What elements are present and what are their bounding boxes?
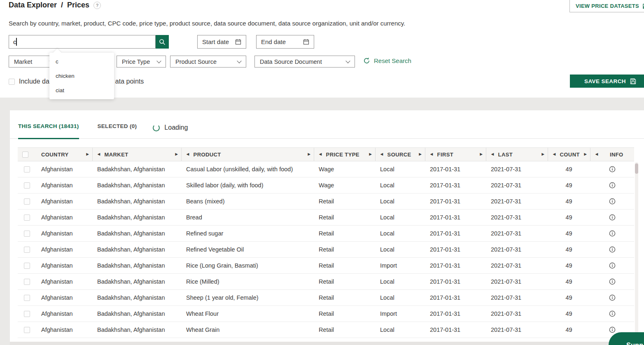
search-field-wrap	[9, 35, 156, 49]
save-search-button[interactable]: SAVE SEARCH	[570, 75, 644, 88]
product-source-filter-dropdown[interactable]: Product Source	[170, 56, 246, 68]
breadcrumb-current: Prices	[67, 1, 89, 9]
cell-info	[590, 274, 634, 289]
row-checkbox[interactable]	[24, 311, 30, 317]
cell-price-type: Wage	[314, 161, 375, 177]
column-header-product[interactable]: ◀PRODUCT▶	[181, 148, 314, 161]
column-header-first[interactable]: ◀FIRST▶	[425, 148, 486, 161]
row-checkbox[interactable]	[24, 247, 30, 253]
column-header-price-type[interactable]: ◀PRICE TYPE▶	[314, 148, 375, 161]
cell-info	[590, 242, 634, 257]
support-chat-label: Supp	[626, 341, 643, 345]
vertical-scrollbar-thumb[interactable]	[635, 163, 638, 174]
cell-source: Local	[375, 322, 425, 338]
col-move-left-icon[interactable]: ◀	[187, 153, 189, 156]
row-checkbox[interactable]	[24, 231, 30, 237]
col-move-right-icon[interactable]: ▶	[308, 153, 310, 156]
cell-info	[590, 177, 634, 193]
col-move-right-icon[interactable]: ▶	[369, 153, 372, 156]
end-date-input[interactable]: End date	[256, 35, 314, 49]
info-icon[interactable]	[609, 214, 616, 221]
results-card: THIS SEARCH (18431) SELECTED (0) Loading…	[10, 110, 644, 345]
start-date-input[interactable]: Start date	[197, 35, 246, 49]
row-checkbox[interactable]	[24, 166, 30, 172]
reset-search-link[interactable]: Reset Search	[363, 57, 411, 64]
cell-select	[18, 193, 36, 209]
info-icon[interactable]	[609, 310, 616, 317]
calendar-icon	[235, 39, 241, 45]
row-checkbox[interactable]	[24, 279, 30, 285]
select-all-checkbox[interactable]	[22, 152, 28, 158]
tab-selected[interactable]: SELECTED (0)	[98, 123, 137, 138]
cell-price-type: Retail	[314, 290, 375, 305]
column-header-source[interactable]: ◀SOURCE▶	[375, 148, 425, 161]
cell-select	[18, 290, 36, 305]
include-checkbox[interactable]	[9, 79, 15, 85]
horizontal-scrollbar[interactable]	[10, 342, 644, 345]
price-type-filter-dropdown[interactable]: Price Type	[117, 56, 166, 68]
info-icon[interactable]	[609, 278, 616, 285]
cell-market: Badakhshan, Afghanistan	[92, 290, 181, 305]
autocomplete-item[interactable]: c	[49, 54, 114, 69]
calendar-icon	[303, 39, 309, 45]
breadcrumb-root[interactable]: Data Explorer	[9, 1, 57, 9]
col-move-left-icon[interactable]: ◀	[430, 153, 433, 156]
column-header-country[interactable]: COUNTRY▶	[36, 148, 92, 161]
chevron-down-icon	[237, 58, 241, 63]
cell-count: 49	[548, 161, 590, 177]
col-move-left-icon[interactable]: ◀	[491, 153, 494, 156]
table-row: AfghanistanBadakhshan, AfghanistanBeans …	[18, 193, 634, 210]
search-input[interactable]	[9, 35, 156, 49]
search-button[interactable]	[156, 35, 169, 49]
autocomplete-item[interactable]: ciat	[49, 83, 114, 98]
row-checkbox[interactable]	[24, 263, 30, 269]
help-icon[interactable]: ?	[93, 2, 101, 9]
info-icon[interactable]	[609, 166, 616, 172]
column-header-market[interactable]: ◀MARKET▶	[92, 148, 181, 161]
cell-first: 2017-01-31	[425, 177, 486, 193]
breadcrumb-separator: /	[61, 1, 63, 9]
autocomplete-item[interactable]: chicken	[49, 69, 114, 83]
row-checkbox[interactable]	[24, 198, 30, 205]
col-move-right-icon[interactable]: ▶	[541, 153, 544, 156]
info-icon[interactable]	[609, 326, 616, 333]
cell-select	[18, 177, 36, 193]
cell-count: 49	[548, 226, 590, 241]
row-checkbox[interactable]	[24, 327, 30, 333]
cell-select	[18, 161, 36, 177]
info-icon[interactable]	[609, 182, 616, 189]
col-move-right-icon[interactable]: ▶	[419, 153, 422, 156]
column-header-last[interactable]: ◀LAST▶	[486, 148, 548, 161]
col-move-left-icon[interactable]: ◀	[553, 153, 556, 156]
vertical-scrollbar[interactable]	[635, 162, 638, 341]
col-move-right-icon[interactable]: ▶	[584, 153, 587, 156]
column-label: PRODUCT	[194, 152, 221, 158]
info-icon[interactable]	[609, 230, 616, 237]
cell-country: Afghanistan	[36, 193, 92, 209]
col-move-left-icon[interactable]: ◀	[319, 153, 322, 156]
column-header-info[interactable]: ◀INFO	[590, 148, 634, 161]
tab-this-search[interactable]: THIS SEARCH (18431)	[18, 123, 79, 138]
cell-product: Wheat Flour	[181, 306, 314, 322]
info-icon[interactable]	[609, 246, 616, 253]
row-checkbox[interactable]	[24, 182, 30, 189]
data-source-document-filter-dropdown[interactable]: Data Source Document	[254, 56, 355, 68]
cell-market: Badakhshan, Afghanistan	[92, 322, 181, 338]
row-checkbox[interactable]	[24, 295, 30, 301]
info-icon[interactable]	[609, 262, 616, 269]
col-move-right-icon[interactable]: ▶	[86, 153, 89, 156]
info-icon[interactable]	[609, 198, 616, 205]
cell-country: Afghanistan	[36, 322, 92, 338]
col-move-right-icon[interactable]: ▶	[480, 153, 483, 156]
col-move-left-icon[interactable]: ◀	[98, 153, 100, 156]
col-move-right-icon[interactable]: ▶	[175, 153, 178, 156]
info-icon[interactable]	[609, 294, 616, 301]
cell-price-type: Wage	[314, 177, 375, 193]
cell-select	[18, 274, 36, 289]
col-move-left-icon[interactable]: ◀	[380, 153, 383, 156]
column-header-count[interactable]: ◀COUNT▶	[548, 148, 590, 161]
row-checkbox[interactable]	[24, 214, 30, 221]
col-move-left-icon[interactable]: ◀	[595, 153, 598, 156]
view-price-datasets-button[interactable]: VIEW PRICE DATASETS	[569, 0, 644, 12]
support-chat-button[interactable]: Supp	[609, 332, 644, 345]
